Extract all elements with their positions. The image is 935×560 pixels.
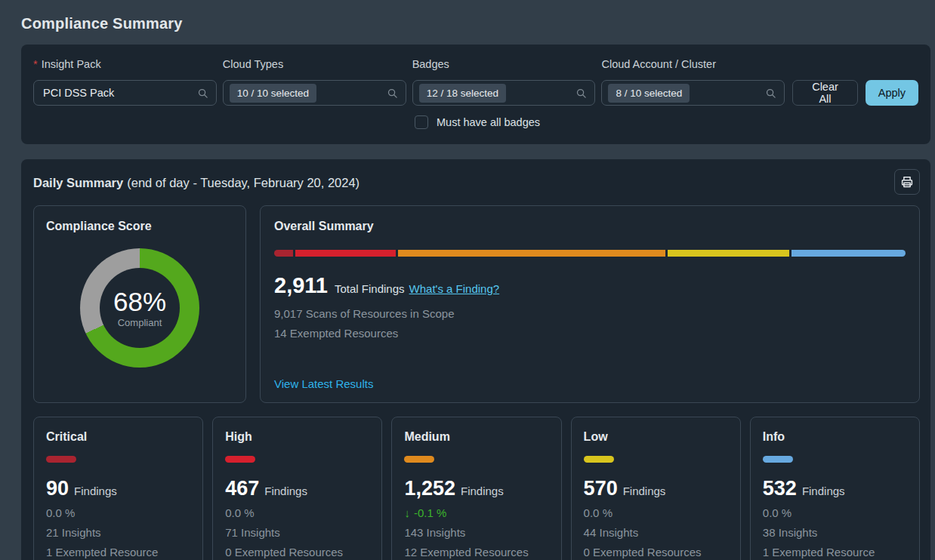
print-button[interactable] [894,169,920,195]
filter-field-cloud-types: Cloud Types 10 / 10 selected [223,58,406,106]
findings-label: Findings [623,485,666,497]
whats-a-finding-link[interactable]: What's a Finding? [409,282,500,295]
search-icon [197,88,208,99]
high-title: High [225,430,369,444]
critical-delta: 0.0 % [46,506,190,519]
critical-insights: 21 Insights [46,526,190,539]
apply-button[interactable]: Apply [866,80,918,106]
badges-label: Badges [412,58,596,70]
info-delta: 0.0 % [763,506,907,519]
insight-pack-value: PCI DSS Pack [40,87,114,99]
cloud-account-input[interactable]: 8 / 10 selected [601,80,785,106]
must-have-all-badges-row: Must have all badges [415,115,918,129]
findings-label: Findings [461,485,504,497]
medium-delta: ↓-0.1 % [404,506,548,519]
findings-label: Findings [264,485,307,497]
insight-pack-label-text: Insight Pack [42,58,101,70]
print-icon [900,175,914,189]
low-delta: 0.0 % [584,506,728,519]
search-icon [387,88,398,99]
badges-input[interactable]: 12 / 18 selected [412,80,596,106]
low-card: Low 570 Findings 0.0 % 44 Insights 0 Exe… [571,417,741,560]
medium-findings-number: 1,252 [404,478,455,499]
low-findings-number: 570 [584,478,618,499]
low-delta-text: 0.0 % [584,506,613,519]
bar-segment-critical [274,250,293,257]
critical-delta-text: 0.0 % [46,506,75,519]
search-icon [576,88,587,99]
daily-summary-panel: Daily Summary(end of day - Tuesday, Febr… [21,159,930,560]
bar-segment-medium [398,250,665,257]
severity-stacked-bar [274,250,906,257]
filter-field-badges: Badges 12 / 18 selected [412,58,596,106]
high-delta: 0.0 % [225,506,369,519]
medium-exempted: 12 Exempted Resources [404,546,548,558]
required-asterisk: * [33,58,38,70]
low-title: Low [584,430,728,444]
search-icon [765,88,776,99]
low-insights: 44 Insights [584,526,728,539]
info-insights: 38 Insights [763,526,907,539]
high-exempted: 0 Exempted Resources [225,546,369,558]
low-pill [584,456,614,463]
compliance-label: Compliant [118,317,162,328]
severity-cards-row: Critical 90 Findings 0.0 % 21 Insights 1… [33,417,920,560]
overall-summary-card: Overall Summary 2,911 Total Findings Wha… [260,205,920,403]
bar-segment-high [295,250,395,257]
critical-pill [46,456,76,463]
exempted-resources-text: 14 Exempted Resources [274,327,906,340]
badges-chip: 12 / 18 selected [419,84,506,103]
info-title: Info [763,430,907,444]
high-delta-text: 0.0 % [225,506,254,519]
daily-summary-heading: Daily Summary(end of day - Tuesday, Febr… [33,169,359,190]
info-card: Info 532 Findings 0.0 % 38 Insights 1 Ex… [750,417,920,560]
high-findings-number: 467 [225,478,259,499]
info-pill [763,456,793,463]
view-latest-results-link[interactable]: View Latest Results [274,377,906,390]
bar-segment-low [668,250,789,257]
high-pill [225,456,255,463]
total-findings-label: Total Findings [335,282,405,295]
filter-actions: Clear All Apply [792,80,918,106]
daily-summary-title: Daily Summary [33,176,123,189]
insight-pack-label: *Insight Pack [33,58,217,70]
critical-exempted: 1 Exempted Resource [46,546,190,558]
medium-pill [404,456,434,463]
clear-all-button[interactable]: Clear All [792,80,858,106]
cloud-types-label: Cloud Types [223,58,406,70]
medium-card: Medium 1,252 Findings ↓-0.1 % 143 Insigh… [391,417,561,560]
high-card: High 467 Findings 0.0 % 71 Insights 0 Ex… [212,417,382,560]
medium-insights: 143 Insights [404,526,548,539]
compliance-donut-hole: 68% Compliant [100,268,180,348]
medium-title: Medium [404,430,548,444]
scans-in-scope-text: 9,017 Scans of Resources in Scope [274,307,906,320]
findings-label: Findings [802,485,845,497]
overall-summary-title: Overall Summary [274,220,906,233]
page-title: Compliance Summary [0,0,935,45]
bar-segment-info [792,250,906,257]
filter-panel: *Insight Pack PCI DSS Pack Cloud Types 1… [21,45,930,144]
cloud-types-chip: 10 / 10 selected [230,84,316,103]
high-insights: 71 Insights [225,526,369,539]
filter-field-cloud-account: Cloud Account / Cluster 8 / 10 selected [601,58,785,106]
compliance-donut: 68% Compliant [80,248,199,368]
insight-pack-input[interactable]: PCI DSS Pack [33,80,217,106]
total-findings-number: 2,911 [274,275,328,297]
cloud-types-input[interactable]: 10 / 10 selected [223,80,406,106]
low-exempted: 0 Exempted Resources [584,546,728,558]
critical-findings-number: 90 [46,478,69,499]
must-have-all-badges-label: Must have all badges [437,116,540,128]
arrow-down-icon: ↓ [404,506,410,519]
cloud-account-chip: 8 / 10 selected [608,84,690,103]
compliance-score-card: Compliance Score 68% Compliant [33,205,246,403]
critical-title: Critical [46,430,190,444]
info-delta-text: 0.0 % [763,506,792,519]
critical-card: Critical 90 Findings 0.0 % 21 Insights 1… [33,417,203,560]
must-have-all-badges-checkbox[interactable] [415,115,428,129]
daily-summary-subtitle: (end of day - Tuesday, February 20, 2024… [127,176,359,189]
info-exempted: 1 Exempted Resource [763,546,907,558]
medium-delta-text: -0.1 % [414,506,446,519]
findings-label: Findings [74,485,117,497]
info-findings-number: 532 [763,478,797,499]
filter-field-insight-pack: *Insight Pack PCI DSS Pack [33,58,217,106]
